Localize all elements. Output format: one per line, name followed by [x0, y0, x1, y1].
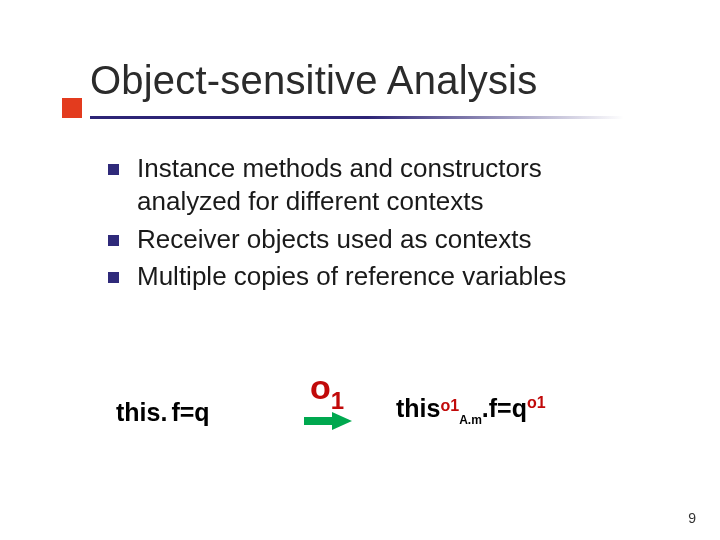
- context-label-o1: o1: [310, 368, 344, 413]
- svg-rect-0: [304, 417, 332, 425]
- page-number: 9: [688, 510, 696, 526]
- svg-marker-1: [332, 412, 352, 430]
- bullet-item: Instance methods and constructors analyz…: [108, 152, 648, 219]
- arrow-icon: [304, 412, 352, 434]
- slide-title: Object-sensitive Analysis: [90, 58, 537, 103]
- bullet-text: Receiver objects used as contexts: [137, 223, 532, 256]
- rhs-dot: .: [482, 394, 489, 422]
- context-1: 1: [331, 387, 344, 414]
- title-accent-square: [62, 98, 82, 118]
- formula-rhs: thiso1A.m.f=qo1: [396, 394, 546, 426]
- lhs-this: this.: [116, 398, 167, 426]
- rhs-sub-am: A.m: [459, 413, 482, 427]
- rhs-super-o1-b: o1: [527, 394, 546, 411]
- rhs-f-eq: f=q: [489, 394, 527, 422]
- formula-lhs: this.f=q: [116, 398, 210, 427]
- title-area: Object-sensitive Analysis: [90, 58, 537, 103]
- bullet-item: Receiver objects used as contexts: [108, 223, 648, 256]
- bullet-item: Multiple copies of reference variables: [108, 260, 648, 293]
- bullet-list: Instance methods and constructors analyz…: [108, 152, 648, 297]
- slide: Object-sensitive Analysis Instance metho…: [0, 0, 720, 540]
- bullet-text: Multiple copies of reference variables: [137, 260, 566, 293]
- title-underline: [90, 116, 624, 119]
- lhs-rest: f=q: [171, 398, 209, 426]
- bullet-text: Instance methods and constructors analyz…: [137, 152, 648, 219]
- context-o: o: [310, 368, 331, 406]
- bullet-square-icon: [108, 164, 119, 175]
- bullet-square-icon: [108, 272, 119, 283]
- rhs-super-o1-a: o1: [440, 397, 459, 414]
- bullet-square-icon: [108, 235, 119, 246]
- rhs-this: this: [396, 394, 440, 422]
